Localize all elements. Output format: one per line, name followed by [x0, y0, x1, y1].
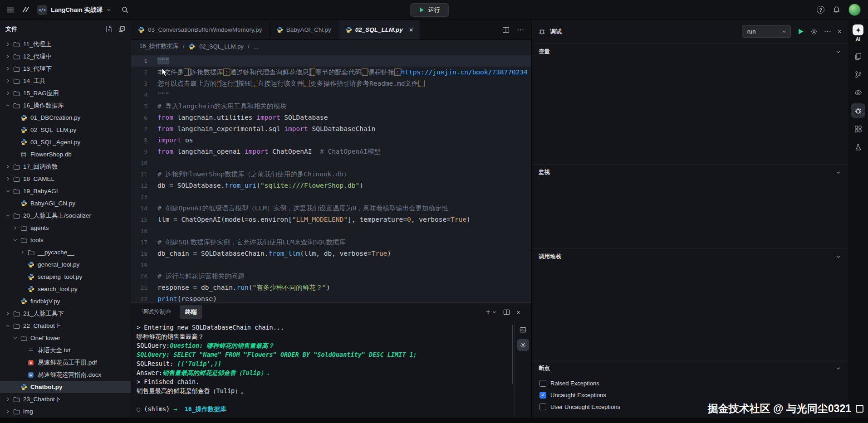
tree-item-易速鲜花运营指南.docx[interactable]: W易速鲜花运营指南.docx: [0, 369, 131, 381]
tree-item-tools[interactable]: tools: [0, 234, 131, 246]
close-debug-panel-icon[interactable]: ×: [838, 28, 842, 36]
tree-item-17_回调函数[interactable]: 17_回调函数: [0, 160, 131, 173]
tree-item-__pycache__[interactable]: __pycache__: [0, 246, 131, 258]
source-control-icon[interactable]: [851, 67, 865, 82]
code-line: 15llm = ChatOpenAI(model=os.environ["LLM…: [131, 214, 531, 225]
terminal-output[interactable]: > Entering new SQLDatabaseChain chain...…: [131, 321, 510, 418]
debug-activity-icon[interactable]: [851, 103, 865, 118]
tree-item-19_BabyAGI[interactable]: 19_BabyAGI: [0, 185, 131, 197]
breakpoint-row[interactable]: ✓Uncaught Exceptions: [532, 389, 848, 401]
tree-item-易速鲜花员工手册.pdf[interactable]: P易速鲜花员工手册.pdf: [0, 356, 131, 369]
tree-item-23_Chatbot下[interactable]: 23_Chatbot下: [0, 393, 131, 405]
checkbox-unchecked[interactable]: [539, 404, 546, 410]
split-editor-icon[interactable]: [502, 26, 510, 34]
checkbox-unchecked[interactable]: [539, 380, 546, 387]
editor-tab[interactable]: 02_SQL_LLM.py×: [338, 20, 421, 39]
test-flask-icon[interactable]: [851, 140, 865, 154]
more-actions-icon[interactable]: ⋯: [517, 25, 524, 34]
debug-panel-header: 调试 run ⋯ ×: [532, 20, 848, 44]
tree-item-21_人脉工具下[interactable]: 21_人脉工具下: [0, 307, 131, 320]
code-editor[interactable]: 1"""2本文件是【连接数据库：通过链和代理查询鲜花信息】章节的配套代码。课程链…: [131, 53, 531, 302]
close-tab-icon[interactable]: ×: [409, 26, 413, 34]
debug-more-icon[interactable]: ⋯: [824, 27, 831, 36]
tree-item-02_SQL_LLM.py[interactable]: 02_SQL_LLM.py: [0, 124, 131, 136]
new-file-icon[interactable]: [105, 25, 113, 33]
checkbox-checked[interactable]: ✓: [539, 392, 546, 399]
code-line: 10: [131, 157, 531, 169]
file-tree: 11_代理上12_代理中13_代理下14_工具15_RAG应用16_操作数据库0…: [0, 38, 131, 418]
menu-hamburger-icon[interactable]: [6, 6, 15, 14]
editor-tab[interactable]: BabyAGI_CN.py: [270, 20, 338, 39]
tree-item-20_人脉工具上/socializer[interactable]: 20_人脉工具上/socializer: [0, 209, 131, 222]
help-icon[interactable]: ?: [817, 6, 824, 14]
user-avatar[interactable]: [848, 4, 861, 16]
line-number: 13: [131, 191, 157, 203]
tree-item-FlowerShop.db[interactable]: FlowerShop.db: [0, 148, 131, 160]
terminal-line: ○ (shims) → 16_操作数据库: [137, 404, 510, 413]
folder-icon: [12, 164, 21, 170]
code-line: 4""": [131, 89, 531, 101]
tree-item-01_DBCreation.py[interactable]: 01_DBCreation.py: [0, 112, 131, 124]
text-file-icon: [26, 347, 35, 354]
breadcrumb-symbol[interactable]: ...: [254, 43, 259, 50]
debug-settings-gear-icon[interactable]: [810, 28, 818, 35]
notifications-bell-icon[interactable]: [833, 6, 840, 14]
section-breakpoints[interactable]: 断点: [532, 360, 848, 376]
tree-item-03_SQL_Agent.py[interactable]: 03_SQL_Agent.py: [0, 136, 131, 148]
terminal-instance-icon[interactable]: [517, 324, 529, 335]
tree-item-label: 03_SQL_Agent.py: [30, 139, 80, 146]
tree-item-agents[interactable]: agents: [0, 222, 131, 234]
breadcrumb-folder[interactable]: 16_操作数据库: [139, 42, 179, 50]
tree-item-BabyAGI_CN.py[interactable]: BabyAGI_CN.py: [0, 197, 131, 209]
terminal-scrollbar[interactable]: [510, 321, 514, 418]
editor-tab[interactable]: 03_ConversationBufferWindowMemory.py: [131, 20, 270, 39]
explorer-files-icon[interactable]: [851, 49, 865, 63]
ai-assistant-button[interactable]: AI: [853, 24, 863, 42]
tree-item-Chatbot.py[interactable]: Chatbot.py: [0, 381, 131, 393]
search-icon[interactable]: [121, 6, 129, 14]
tree-item-13_代理下[interactable]: 13_代理下: [0, 63, 131, 75]
explorer-title: 文件: [5, 25, 17, 33]
tree-item-22_Chatbot上[interactable]: 22_Chatbot上: [0, 320, 131, 332]
tree-item-scraping_tool.py[interactable]: scraping_tool.py: [0, 271, 131, 283]
tree-item-OneFlower[interactable]: OneFlower: [0, 332, 131, 344]
split-terminal-icon[interactable]: [503, 309, 510, 316]
extensions-icon[interactable]: [851, 122, 865, 136]
section-watch[interactable]: 监视: [532, 164, 848, 180]
watermark: 掘金技术社区 @ 与光同尘0321: [708, 402, 863, 416]
new-terminal-button[interactable]: +: [486, 308, 497, 316]
tree-item-18_CAMEL[interactable]: 18_CAMEL: [0, 173, 131, 185]
debug-config-select[interactable]: run: [742, 25, 791, 38]
chevron-down-icon: [11, 335, 19, 341]
breakpoint-row[interactable]: Raised Exceptions: [532, 377, 848, 389]
section-callstack[interactable]: 调用堆栈: [532, 248, 848, 265]
close-panel-icon[interactable]: ×: [516, 308, 520, 316]
tree-item-14_工具[interactable]: 14_工具: [0, 75, 131, 87]
preview-eye-icon[interactable]: [851, 85, 865, 100]
tree-item-花语大全.txt[interactable]: 花语大全.txt: [0, 344, 131, 356]
chevron-right-icon: [18, 249, 26, 255]
tab-debug-console[interactable]: 调试控制台: [137, 305, 177, 319]
collapse-explorer-icon[interactable]: [118, 25, 125, 33]
start-debugging-icon[interactable]: [797, 28, 804, 35]
run-button[interactable]: 运行: [410, 3, 449, 17]
tree-item-15_RAG应用[interactable]: 15_RAG应用: [0, 87, 131, 99]
tree-item-16_操作数据库[interactable]: 16_操作数据库: [0, 99, 131, 112]
debug-terminal-icon[interactable]: [517, 339, 529, 351]
tree-item-findbigV.py[interactable]: findbigV.py: [0, 295, 131, 307]
tree-item-label: FlowerShop.db: [30, 151, 72, 158]
tree-item-label: 01_DBCreation.py: [30, 114, 80, 121]
breadcrumb-file[interactable]: 02_SQL_LLM.py: [199, 43, 244, 50]
app-window: </> LangChain 实战课 运行 ? 文件: [0, 0, 868, 423]
section-variables[interactable]: 变量: [532, 44, 848, 60]
project-switcher[interactable]: </> LangChain 实战课: [37, 5, 112, 15]
watermark-text: 掘金技术社区 @ 与光同尘0321: [708, 402, 851, 416]
tree-item-img[interactable]: img: [0, 405, 131, 418]
tree-item-search_tool.py[interactable]: search_tool.py: [0, 283, 131, 295]
line-number: 11: [131, 169, 157, 180]
tree-item-12_代理中[interactable]: 12_代理中: [0, 50, 131, 63]
tree-item-general_tool.py[interactable]: general_tool.py: [0, 258, 131, 271]
tab-terminal[interactable]: 终端: [180, 305, 202, 319]
mouse-cursor-icon: [161, 68, 169, 77]
tree-item-11_代理上[interactable]: 11_代理上: [0, 38, 131, 50]
